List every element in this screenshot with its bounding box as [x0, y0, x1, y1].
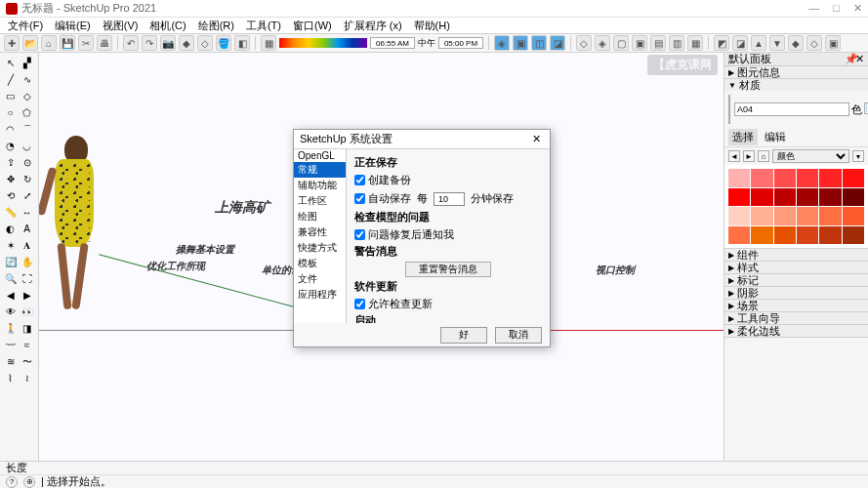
style5-icon[interactable]: ▤	[650, 35, 666, 51]
sandbox1-icon[interactable]: 〰	[2, 337, 19, 353]
components-panel[interactable]: ▶组件	[724, 249, 868, 261]
top-icon[interactable]: ▣	[513, 35, 528, 51]
dim-icon[interactable]: ↔	[19, 204, 35, 221]
create-mat-icon[interactable]: 📄	[864, 102, 868, 114]
redo-icon[interactable]: ↷	[142, 35, 157, 51]
color-swatch-17[interactable]	[843, 207, 864, 225]
arc2-icon[interactable]: ⌒	[19, 121, 35, 138]
auto-save-checkbox[interactable]: 自动保存	[354, 191, 411, 206]
circle-tool-icon[interactable]: ○	[2, 104, 19, 121]
category-9[interactable]: 应用程序	[294, 287, 346, 303]
notify-checkbox[interactable]: 问题修复后通知我	[354, 227, 542, 242]
color-swatch-13[interactable]	[751, 207, 772, 225]
color-swatch-10[interactable]	[819, 188, 841, 207]
axes-icon[interactable]: ✶	[2, 237, 19, 254]
color-swatch-19[interactable]	[751, 226, 772, 245]
color-swatch-11[interactable]	[843, 188, 864, 207]
reset-warnings-button[interactable]: 重置警告消息	[405, 262, 491, 277]
category-4[interactable]: 绘图	[294, 209, 346, 224]
menu-draw[interactable]: 绘图(R)	[194, 18, 238, 34]
paint-icon[interactable]: 🪣	[216, 35, 231, 51]
iso-icon[interactable]: ◈	[494, 35, 510, 51]
print-icon[interactable]: 🖶	[97, 35, 112, 51]
tool-a-icon[interactable]: ◆	[179, 35, 194, 51]
home-icon[interactable]: ⌂	[41, 35, 57, 51]
color-swatch-12[interactable]	[728, 207, 750, 225]
category-8[interactable]: 文件	[294, 271, 346, 287]
color-swatch-4[interactable]	[819, 169, 841, 187]
style4-icon[interactable]: ▣	[632, 35, 647, 51]
3dtext-icon[interactable]: 𝐀	[19, 237, 35, 254]
scale-icon[interactable]: ⤢	[19, 187, 35, 204]
color-swatch-9[interactable]	[797, 188, 818, 207]
category-3[interactable]: 工作区	[294, 193, 346, 209]
follow-icon[interactable]: ↻	[19, 171, 35, 187]
offset-icon[interactable]: ⊙	[19, 154, 35, 171]
geo-icon[interactable]: ⊕	[23, 476, 35, 488]
rotate-icon[interactable]: ⟲	[2, 187, 19, 204]
maximize-button[interactable]: □	[833, 2, 840, 15]
sandbox4-icon[interactable]: 〜	[19, 353, 35, 370]
eraser-tool-icon[interactable]: ▞	[19, 55, 35, 71]
material-panel[interactable]: ▼材质	[724, 79, 868, 91]
color-swatch-23[interactable]	[843, 226, 864, 245]
tray-close-icon[interactable]: ✕	[854, 53, 864, 65]
time-morning[interactable]: 06:55 AM	[370, 37, 415, 49]
color-swatch-5[interactable]	[843, 169, 864, 187]
sandbox3-icon[interactable]: ≋	[2, 353, 19, 370]
sandbox6-icon[interactable]: ≀	[19, 370, 35, 386]
color-swatch-20[interactable]	[774, 226, 796, 245]
category-6[interactable]: 快捷方式	[294, 240, 346, 256]
tray-pin-icon[interactable]: 📌	[845, 53, 854, 65]
menu-edit[interactable]: 编辑(E)	[51, 18, 95, 34]
soften-panel[interactable]: ▶柔化边线	[724, 325, 868, 337]
line-tool-icon[interactable]: ╱	[2, 71, 19, 88]
category-0[interactable]: OpenGL	[294, 149, 346, 162]
style3-icon[interactable]: ▢	[613, 35, 629, 51]
push-icon[interactable]: ⇪	[2, 154, 19, 171]
color-swatch-8[interactable]	[774, 188, 796, 207]
prev-icon[interactable]: ◀	[2, 287, 19, 304]
color-swatch-16[interactable]	[819, 207, 841, 225]
zoom-icon[interactable]: 🔍	[2, 270, 19, 287]
freehand-icon[interactable]: ∿	[19, 71, 35, 88]
style2-icon[interactable]: ◈	[595, 35, 610, 51]
color-swatch-2[interactable]	[774, 169, 796, 187]
category-5[interactable]: 兼容性	[294, 224, 346, 240]
text-icon[interactable]: A	[19, 221, 35, 237]
style7-icon[interactable]: ▦	[687, 35, 703, 51]
dialog-titlebar[interactable]: SketchUp 系统设置 ✕	[294, 130, 550, 149]
entity-panel[interactable]: ▶图元信息	[724, 66, 868, 78]
shadow-time-slider[interactable]	[279, 38, 367, 48]
category-1[interactable]: 常规	[294, 162, 346, 178]
sandbox5-icon[interactable]: ⌇	[2, 370, 19, 386]
color-swatch-15[interactable]	[797, 207, 818, 225]
sandbox2-icon[interactable]: ≈	[19, 337, 35, 353]
cancel-button[interactable]: 取消	[495, 327, 542, 344]
protractor-icon[interactable]: ◐	[2, 221, 19, 237]
next-icon[interactable]: ▶	[19, 287, 35, 304]
tab-select[interactable]: 选择	[728, 129, 758, 145]
allow-update-checkbox[interactable]: 允许检查更新	[354, 297, 542, 311]
menu-file[interactable]: 文件(F)	[4, 18, 47, 34]
move-icon[interactable]: ✥	[2, 171, 19, 187]
back-icon[interactable]: ◄	[728, 150, 740, 162]
tape-icon[interactable]: 📏	[2, 204, 19, 221]
pan-icon[interactable]: ✋	[19, 254, 35, 270]
color-swatch-1[interactable]	[751, 169, 772, 187]
layer1-icon[interactable]: ◩	[714, 35, 729, 51]
color-swatch-7[interactable]	[751, 188, 772, 207]
close-button[interactable]: ✕	[853, 2, 862, 15]
layer2-icon[interactable]: ◪	[732, 35, 748, 51]
interval-input[interactable]	[434, 192, 465, 206]
create-backup-checkbox[interactable]: 创建备份	[354, 173, 542, 187]
help-icon[interactable]: ?	[6, 476, 18, 488]
layer7-icon[interactable]: ▣	[825, 35, 841, 51]
home-mat-icon[interactable]: ⌂	[758, 150, 769, 162]
wire-icon[interactable]: ▦	[261, 35, 276, 51]
look-icon[interactable]: 👀	[19, 304, 35, 320]
category-2[interactable]: 辅助功能	[294, 178, 346, 193]
tool-b-icon[interactable]: ◇	[197, 35, 213, 51]
menu-view[interactable]: 视图(V)	[99, 18, 143, 34]
dialog-close-icon[interactable]: ✕	[528, 133, 544, 145]
